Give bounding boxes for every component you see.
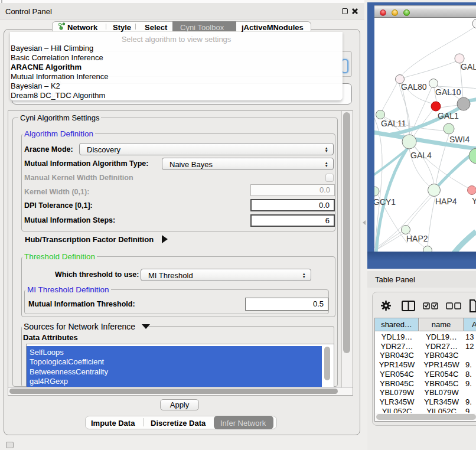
svg-text:HAP2: HAP2 (406, 234, 428, 243)
svg-text:GAL80: GAL80 (401, 82, 427, 92)
svg-text:GAL2: GAL2 (461, 62, 476, 71)
svg-text:GAL1: GAL1 (438, 111, 459, 120)
svg-text:GAL10: GAL10 (435, 87, 461, 97)
svg-text:HAP4: HAP4 (435, 197, 457, 206)
svg-text:SWI4: SWI4 (449, 135, 470, 144)
svg-text:GCY1: GCY1 (374, 197, 396, 207)
svg-text:Y: Y (472, 196, 476, 206)
svg-text:GAL4: GAL4 (410, 151, 432, 160)
svg-text:GAL11: GAL11 (381, 119, 406, 128)
